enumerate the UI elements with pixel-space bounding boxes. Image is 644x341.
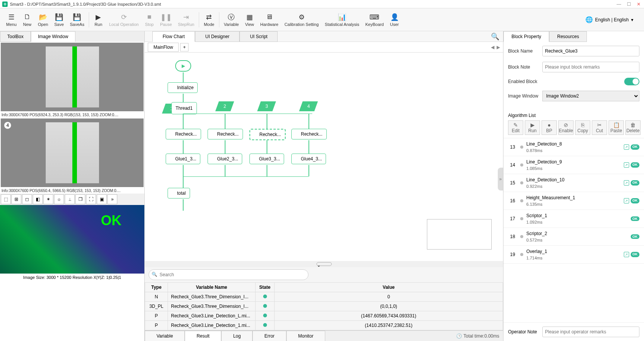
imgwin-select[interactable]: Image Window2 [542, 91, 639, 101]
mode-button[interactable]: ⇄Mode [201, 11, 217, 28]
algo-enable[interactable]: ⊘Enable [558, 120, 574, 135]
table-row[interactable]: 3D_PLRecheck_Glue3.Three_Dimension_I...(… [145, 302, 503, 311]
add-flow-button[interactable]: + [180, 43, 189, 51]
variable-icon: ⓥ [227, 13, 235, 21]
ok-badge: OK [631, 198, 640, 203]
btab-error[interactable]: Error [252, 331, 286, 341]
right-collapser[interactable]: » [498, 168, 503, 191]
node-recheck-3[interactable]: Recheck... [249, 129, 286, 140]
view3d-btn-9[interactable]: ⛶ [86, 194, 96, 204]
btab-monitor[interactable]: Monitor [286, 331, 325, 341]
view3d-more[interactable]: » [107, 194, 117, 204]
branch-2[interactable]: 2 [215, 101, 234, 111]
variable-search-input[interactable] [149, 269, 308, 280]
algo-copy[interactable]: ⎘Copy [575, 120, 590, 135]
blocknote-input[interactable] [542, 62, 639, 72]
algo-row[interactable]: 15Line_Detection_100.922ms↗OK [503, 174, 644, 192]
table-row[interactable]: PRecheck_Glue3.Line_Detection_1.mi...(14… [145, 321, 503, 330]
stat-button[interactable]: 📊Statistical Analysis [322, 11, 362, 28]
view3d-btn-6[interactable]: ☼ [54, 194, 64, 204]
tab-image-window[interactable]: Image Window [31, 31, 75, 42]
node-total[interactable]: total [168, 188, 190, 199]
tab-block-property[interactable]: Block Property [503, 31, 549, 42]
branch-4[interactable]: 4 [299, 101, 318, 111]
node-glue-2[interactable]: Glue2_3... [208, 154, 242, 164]
tab-resources[interactable]: Resources [549, 31, 587, 42]
node-initialize[interactable]: Initialize [168, 82, 198, 93]
node-thread1[interactable]: Thread1 [171, 102, 197, 114]
run-button[interactable]: ▶Run [91, 11, 106, 28]
minimize-button[interactable]: — [616, 2, 622, 7]
view-button[interactable]: ▦View [242, 11, 257, 28]
node-glue-3[interactable]: Glue3_3... [249, 154, 284, 164]
col-name[interactable]: Variable Name [168, 283, 256, 292]
save-button[interactable]: 💾Save [51, 11, 67, 28]
view3d-btn-2[interactable]: ⊞ [11, 194, 21, 204]
btab-result[interactable]: Result [185, 331, 221, 341]
blockname-input[interactable] [542, 46, 639, 56]
algo-row[interactable]: 19Overlay_11.714ms↗OK [503, 246, 644, 264]
col-value[interactable]: Value [275, 283, 503, 292]
col-state[interactable]: State [256, 283, 275, 292]
image-thumbnail-2[interactable]: 4 [1, 118, 144, 187]
tab-uidesigner[interactable]: UI Designer [195, 31, 240, 42]
minimap[interactable] [427, 219, 492, 250]
view3d-btn-3[interactable]: ◻ [22, 194, 32, 204]
maximize-button[interactable]: ☐ [626, 2, 632, 7]
menu-button[interactable]: ☰Menu [3, 11, 20, 28]
image-thumbnail-1[interactable] [1, 43, 144, 111]
opnote-input[interactable] [542, 327, 639, 337]
keyboard-button[interactable]: ⌨KeyBoard [362, 11, 387, 28]
algo-bp[interactable]: ●BP [542, 120, 557, 135]
node-recheck-1[interactable]: Recheck... [166, 129, 201, 139]
bp-icon: ● [548, 122, 551, 128]
flow-prev[interactable]: ◀ [491, 45, 494, 50]
saveas-button[interactable]: 💾SaveAs [67, 11, 88, 28]
view3d-btn-4[interactable]: ◧ [33, 194, 43, 204]
view3d-btn-8[interactable]: ❐ [75, 194, 85, 204]
branch-3[interactable]: 3 [257, 101, 276, 111]
node-recheck-2[interactable]: Recheck... [208, 129, 243, 139]
language-selector[interactable]: 🌐 English | English ▾ [585, 16, 641, 23]
algo-row[interactable]: 13Line_Detection_80.878ms↗OK [503, 138, 644, 156]
algo-delete[interactable]: 🗑Delete [625, 120, 641, 135]
enabled-toggle[interactable] [624, 78, 639, 85]
flow-next[interactable]: ▶ [497, 45, 500, 50]
tab-flowchart[interactable]: Flow Chart [152, 31, 195, 42]
flow-tab-main[interactable]: MainFlow [148, 43, 179, 52]
tab-uiscript[interactable]: UI Script [240, 31, 278, 42]
table-row[interactable]: NRecheck_Glue3.Three_Dimension_I...0 [145, 292, 503, 302]
view3d-btn-5[interactable]: ✶ [43, 194, 53, 204]
view3d-btn-10[interactable]: ▣ [97, 194, 107, 204]
start-node[interactable]: ▶ [175, 60, 191, 72]
btab-variable[interactable]: Variable [145, 331, 185, 341]
new-button[interactable]: 🗋New [20, 11, 35, 28]
col-type[interactable]: Type [145, 283, 168, 292]
open-button[interactable]: 📂Open [35, 11, 51, 28]
close-button[interactable]: ✕ [636, 2, 642, 7]
algo-row[interactable]: 14Line_Detection_91.085ms↗OK [503, 156, 644, 174]
calibration-button[interactable]: ⚙Calibration Setting [281, 11, 322, 28]
view3d-btn-7[interactable]: ⟂ [65, 194, 75, 204]
hardware-button[interactable]: 🖥Hardware [257, 11, 281, 28]
node-glue-1[interactable]: Glue1_3... [166, 154, 200, 164]
user-button[interactable]: 👤User [387, 11, 402, 28]
view3d-viewport[interactable]: OK [0, 205, 144, 274]
algo-edit[interactable]: ✎Edit [508, 120, 523, 135]
h-splitter[interactable]: ⌄ [145, 261, 503, 267]
variable-button[interactable]: ⓥVariable [221, 11, 242, 28]
search-icon[interactable]: 🔍 [491, 32, 499, 41]
view3d-btn-1[interactable]: ⬚ [1, 194, 11, 204]
btab-log[interactable]: Log [221, 331, 252, 341]
algo-cut[interactable]: ✂Cut [592, 120, 607, 135]
algo-paste[interactable]: 📋Paste [609, 120, 624, 135]
flow-canvas[interactable]: ▶ Initialize 1 Thread1 2 3 4 Recheck... … [145, 53, 503, 261]
node-recheck-4[interactable]: Recheck... [291, 129, 327, 139]
algo-row[interactable]: 17Scriptor_11.092msOK [503, 210, 644, 228]
algo-run[interactable]: ▶Run [525, 120, 540, 135]
node-glue-4[interactable]: Glue4_3... [291, 154, 326, 164]
algo-row[interactable]: 18Scriptor_20.572msOK [503, 228, 644, 246]
table-row[interactable]: PRecheck_Glue3.Line_Detection_L.mi...(14… [145, 311, 503, 321]
algo-row[interactable]: 16Height_Measurement_16.135ms↗OK [503, 192, 644, 210]
tab-toolbox[interactable]: ToolBox [0, 31, 31, 42]
